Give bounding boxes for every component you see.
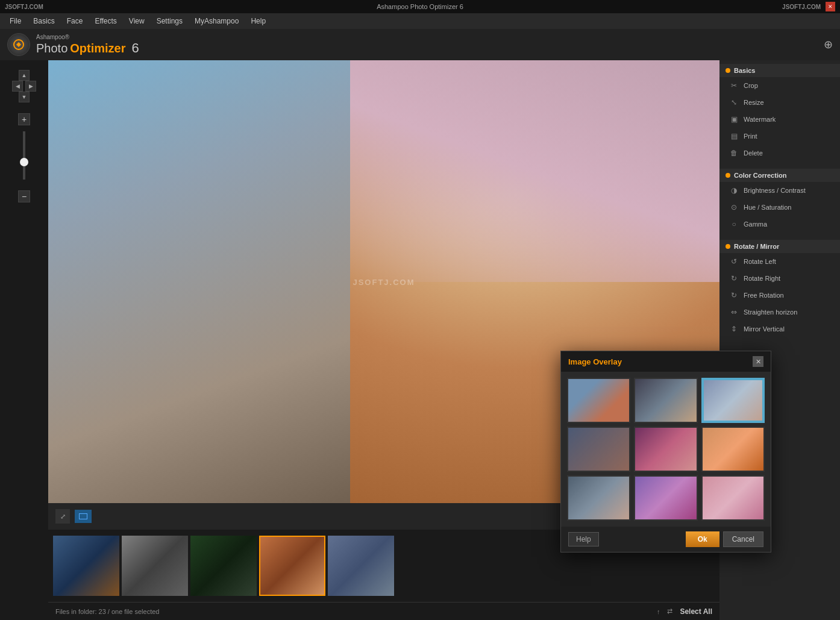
overlay-thumb-8[interactable] xyxy=(634,475,697,521)
resize-icon: ⤡ xyxy=(729,98,739,107)
nav-left-button[interactable]: ◀ xyxy=(12,81,23,92)
sidebar-basics-section: Basics ✂ Crop ⤡ Resize ▣ Watermark ▤ Pri… xyxy=(719,60,840,165)
sidebar-item-rotate-left[interactable]: ↺ Rotate Left xyxy=(719,253,840,270)
sidebar-item-crop[interactable]: ✂ Crop xyxy=(719,77,840,94)
sidebar-rotate-header: Rotate / Mirror xyxy=(719,240,840,253)
sidebar-rotate-section: Rotate / Mirror ↺ Rotate Left ↻ Rotate R… xyxy=(719,236,840,341)
brightness-icon: ◑ xyxy=(729,186,739,195)
color-dot xyxy=(726,173,730,178)
photo-watermark: JSOFTJ.COM xyxy=(353,277,415,286)
filmstrip-thumb-1[interactable] xyxy=(53,536,119,596)
thumbnail-mode-button[interactable] xyxy=(75,510,92,523)
zoom-out-button[interactable]: − xyxy=(18,190,30,202)
left-panel: ▲ ◀ ▶ ▼ + − xyxy=(0,60,48,620)
product-version: 6 xyxy=(132,40,139,56)
dialog-help-button[interactable]: Help xyxy=(568,532,599,546)
overlay-thumb-6[interactable] xyxy=(701,427,765,472)
overlay-thumb-9[interactable] xyxy=(701,475,765,521)
zoom-in-button[interactable]: + xyxy=(18,113,30,125)
window-title: Ashampoo Photo Optimizer 6 xyxy=(377,3,463,10)
close-button[interactable]: ✕ xyxy=(826,2,835,11)
overlay-dialog-title: Image Overlay xyxy=(568,357,622,366)
filmstrip-thumb-4[interactable] xyxy=(259,536,325,596)
menu-view[interactable]: View xyxy=(124,15,149,27)
logo-text: Ashampoo® Photo Optimizer 6 xyxy=(36,34,139,56)
filmstrip-thumb-2[interactable] xyxy=(122,536,188,596)
nav-arrows: ▲ ◀ ▶ ▼ xyxy=(12,70,36,102)
delete-icon: 🗑 xyxy=(729,148,739,158)
sort-asc-button[interactable]: ↑ xyxy=(657,608,660,615)
menu-myashampoo[interactable]: MyAshampoo xyxy=(190,15,243,27)
basics-dot xyxy=(726,68,730,73)
color-section-title: Color Correction xyxy=(734,172,786,179)
overlay-thumb-1[interactable] xyxy=(567,378,630,423)
overlay-thumb-5[interactable] xyxy=(634,427,697,472)
menu-help[interactable]: Help xyxy=(246,15,271,27)
titlebar: JSOFTJ.COM Ashampoo Photo Optimizer 6 JS… xyxy=(0,0,840,13)
statusbar: Files in folder: 23 / one file selected … xyxy=(48,602,719,620)
sidebar-basics-header: Basics xyxy=(719,64,840,77)
sidebar-item-print[interactable]: ▤ Print xyxy=(719,128,840,145)
overlay-dialog-header: Image Overlay ✕ xyxy=(561,351,771,372)
photo-layer-2 xyxy=(48,60,350,503)
menu-settings[interactable]: Settings xyxy=(152,15,187,27)
sort-desc-button[interactable]: ⇄ xyxy=(667,607,672,615)
sidebar-item-delete[interactable]: 🗑 Delete xyxy=(719,145,840,161)
sidebar-item-free-rotation[interactable]: ↻ Free Rotation xyxy=(719,287,840,304)
free-rotation-icon: ↻ xyxy=(729,290,739,300)
overlay-thumb-3[interactable] xyxy=(701,378,765,423)
overlay-thumb-7[interactable] xyxy=(567,475,630,521)
sidebar-item-resize[interactable]: ⤡ Resize xyxy=(719,94,840,111)
sidebar-color-section: Color Correction ◑ Brightness / Contrast… xyxy=(719,165,840,236)
overlay-thumb-4[interactable] xyxy=(567,427,630,472)
app-logo-icon xyxy=(7,33,30,56)
gamma-icon: ○ xyxy=(729,219,739,229)
rotate-dot xyxy=(726,244,730,249)
dialog-cancel-button[interactable]: Cancel xyxy=(723,531,763,547)
rotate-section-title: Rotate / Mirror xyxy=(734,243,779,250)
watermark-icon: ▣ xyxy=(729,114,739,124)
zoom-thumb[interactable] xyxy=(20,158,28,166)
crop-icon: ✂ xyxy=(729,81,739,90)
sidebar-item-watermark[interactable]: ▣ Watermark xyxy=(719,111,840,128)
overlay-dialog-footer: Help Ok Cancel xyxy=(561,527,771,552)
zoom-slider[interactable] xyxy=(23,131,25,180)
sidebar-item-gamma[interactable]: ○ Gamma xyxy=(719,216,840,233)
ashampoo-brand: Ashampoo® xyxy=(36,34,139,40)
menu-face[interactable]: Face xyxy=(62,15,88,27)
filmstrip-thumb-5[interactable] xyxy=(328,536,394,596)
basics-section-title: Basics xyxy=(734,67,755,74)
menu-basics[interactable]: Basics xyxy=(28,15,59,27)
sidebar-item-hue[interactable]: ⊙ Hue / Saturation xyxy=(719,199,840,216)
nav-right-button[interactable]: ▶ xyxy=(25,81,36,92)
menu-file[interactable]: File xyxy=(5,15,26,27)
hue-icon: ⊙ xyxy=(729,202,739,212)
image-overlay-dialog: Image Overlay ✕ Help Ok Cancel xyxy=(560,351,771,553)
photo-layer-3 xyxy=(350,60,719,282)
straighten-icon: ⇔ xyxy=(729,307,739,317)
nav-up-button[interactable]: ▲ xyxy=(19,70,30,81)
brand-left: JSOFTJ.COM xyxy=(5,4,43,10)
filmstrip-thumb-3[interactable] xyxy=(190,536,257,596)
sidebar-item-straighten[interactable]: ⇔ Straighten horizon xyxy=(719,304,840,321)
expand-button[interactable]: ⤢ xyxy=(55,509,70,524)
status-text: Files in folder: 23 / one file selected xyxy=(55,608,159,615)
menu-effects[interactable]: Effects xyxy=(90,15,121,27)
rotate-right-icon: ↻ xyxy=(729,274,739,283)
overlay-thumb-2[interactable] xyxy=(634,378,697,423)
share-icon[interactable]: ⊕ xyxy=(824,38,833,51)
statusbar-right: ↑ ⇄ Select All xyxy=(657,607,712,616)
mirror-vertical-icon: ⇕ xyxy=(729,324,739,334)
product-optimizer: Optimizer xyxy=(70,42,125,55)
sidebar-item-mirror-vertical[interactable]: ⇕ Mirror Vertical xyxy=(719,321,840,337)
overlay-close-button[interactable]: ✕ xyxy=(753,356,763,367)
sidebar-color-header: Color Correction xyxy=(719,169,840,182)
select-all-button[interactable]: Select All xyxy=(680,607,712,616)
print-icon: ▤ xyxy=(729,131,739,141)
sidebar-item-brightness[interactable]: ◑ Brightness / Contrast xyxy=(719,182,840,199)
nav-down-button[interactable]: ▼ xyxy=(19,92,30,102)
sidebar-item-rotate-right[interactable]: ↻ Rotate Right xyxy=(719,270,840,287)
overlay-thumbnail-grid xyxy=(561,372,771,527)
product-photo: Photo xyxy=(36,42,67,55)
dialog-ok-button[interactable]: Ok xyxy=(686,531,719,547)
